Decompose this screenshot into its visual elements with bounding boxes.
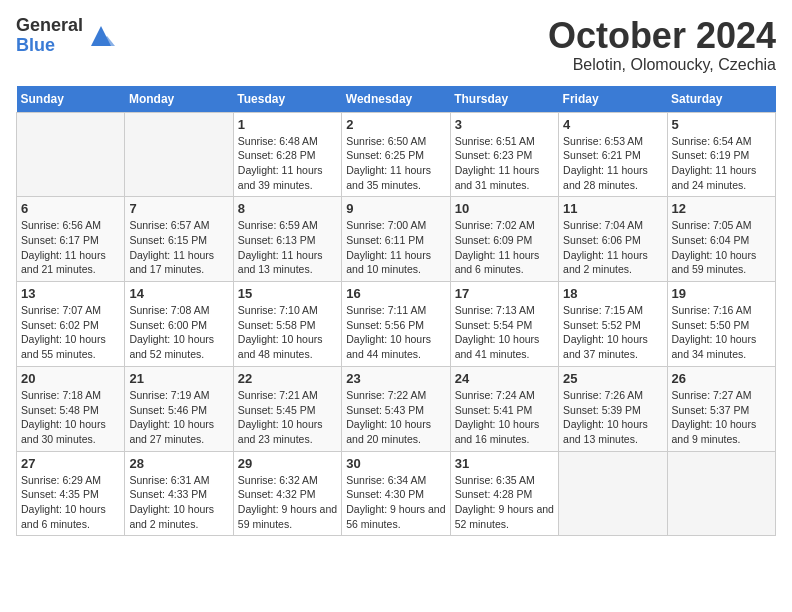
- day-number: 2: [346, 117, 445, 132]
- day-info: Sunrise: 7:00 AMSunset: 6:11 PMDaylight:…: [346, 218, 445, 277]
- calendar-cell: 9Sunrise: 7:00 AMSunset: 6:11 PMDaylight…: [342, 197, 450, 282]
- day-header-saturday: Saturday: [667, 86, 775, 113]
- day-info: Sunrise: 6:54 AMSunset: 6:19 PMDaylight:…: [672, 134, 771, 193]
- calendar-cell: 6Sunrise: 6:56 AMSunset: 6:17 PMDaylight…: [17, 197, 125, 282]
- day-info: Sunrise: 7:26 AMSunset: 5:39 PMDaylight:…: [563, 388, 662, 447]
- calendar-cell: 5Sunrise: 6:54 AMSunset: 6:19 PMDaylight…: [667, 112, 775, 197]
- calendar-week-0: 1Sunrise: 6:48 AMSunset: 6:28 PMDaylight…: [17, 112, 776, 197]
- day-info: Sunrise: 7:27 AMSunset: 5:37 PMDaylight:…: [672, 388, 771, 447]
- calendar-cell: 27Sunrise: 6:29 AMSunset: 4:35 PMDayligh…: [17, 451, 125, 536]
- day-info: Sunrise: 6:29 AMSunset: 4:35 PMDaylight:…: [21, 473, 120, 532]
- day-number: 24: [455, 371, 554, 386]
- day-info: Sunrise: 7:15 AMSunset: 5:52 PMDaylight:…: [563, 303, 662, 362]
- day-info: Sunrise: 6:51 AMSunset: 6:23 PMDaylight:…: [455, 134, 554, 193]
- day-info: Sunrise: 6:53 AMSunset: 6:21 PMDaylight:…: [563, 134, 662, 193]
- calendar-cell: 23Sunrise: 7:22 AMSunset: 5:43 PMDayligh…: [342, 366, 450, 451]
- calendar-cell: [125, 112, 233, 197]
- day-info: Sunrise: 7:22 AMSunset: 5:43 PMDaylight:…: [346, 388, 445, 447]
- day-number: 5: [672, 117, 771, 132]
- day-number: 26: [672, 371, 771, 386]
- calendar-cell: 1Sunrise: 6:48 AMSunset: 6:28 PMDaylight…: [233, 112, 341, 197]
- calendar-week-4: 27Sunrise: 6:29 AMSunset: 4:35 PMDayligh…: [17, 451, 776, 536]
- day-number: 8: [238, 201, 337, 216]
- logo-blue: Blue: [16, 36, 83, 56]
- day-number: 10: [455, 201, 554, 216]
- day-info: Sunrise: 6:35 AMSunset: 4:28 PMDaylight:…: [455, 473, 554, 532]
- day-info: Sunrise: 7:16 AMSunset: 5:50 PMDaylight:…: [672, 303, 771, 362]
- day-info: Sunrise: 7:08 AMSunset: 6:00 PMDaylight:…: [129, 303, 228, 362]
- calendar-cell: 11Sunrise: 7:04 AMSunset: 6:06 PMDayligh…: [559, 197, 667, 282]
- calendar-cell: [17, 112, 125, 197]
- day-info: Sunrise: 7:13 AMSunset: 5:54 PMDaylight:…: [455, 303, 554, 362]
- day-number: 1: [238, 117, 337, 132]
- header-row: SundayMondayTuesdayWednesdayThursdayFrid…: [17, 86, 776, 113]
- day-info: Sunrise: 7:02 AMSunset: 6:09 PMDaylight:…: [455, 218, 554, 277]
- calendar-cell: [559, 451, 667, 536]
- day-number: 18: [563, 286, 662, 301]
- calendar-table: SundayMondayTuesdayWednesdayThursdayFrid…: [16, 86, 776, 537]
- calendar-cell: 25Sunrise: 7:26 AMSunset: 5:39 PMDayligh…: [559, 366, 667, 451]
- day-number: 9: [346, 201, 445, 216]
- day-number: 7: [129, 201, 228, 216]
- calendar-week-1: 6Sunrise: 6:56 AMSunset: 6:17 PMDaylight…: [17, 197, 776, 282]
- day-info: Sunrise: 7:10 AMSunset: 5:58 PMDaylight:…: [238, 303, 337, 362]
- day-header-friday: Friday: [559, 86, 667, 113]
- calendar-cell: 3Sunrise: 6:51 AMSunset: 6:23 PMDaylight…: [450, 112, 558, 197]
- day-info: Sunrise: 6:59 AMSunset: 6:13 PMDaylight:…: [238, 218, 337, 277]
- calendar-cell: 20Sunrise: 7:18 AMSunset: 5:48 PMDayligh…: [17, 366, 125, 451]
- day-number: 27: [21, 456, 120, 471]
- day-info: Sunrise: 7:19 AMSunset: 5:46 PMDaylight:…: [129, 388, 228, 447]
- calendar-cell: 15Sunrise: 7:10 AMSunset: 5:58 PMDayligh…: [233, 282, 341, 367]
- logo-text: General Blue: [16, 16, 83, 56]
- logo: General Blue: [16, 16, 115, 56]
- day-info: Sunrise: 6:57 AMSunset: 6:15 PMDaylight:…: [129, 218, 228, 277]
- calendar-cell: 8Sunrise: 6:59 AMSunset: 6:13 PMDaylight…: [233, 197, 341, 282]
- day-number: 6: [21, 201, 120, 216]
- day-number: 11: [563, 201, 662, 216]
- calendar-cell: 30Sunrise: 6:34 AMSunset: 4:30 PMDayligh…: [342, 451, 450, 536]
- day-info: Sunrise: 6:48 AMSunset: 6:28 PMDaylight:…: [238, 134, 337, 193]
- day-info: Sunrise: 6:50 AMSunset: 6:25 PMDaylight:…: [346, 134, 445, 193]
- calendar-cell: 2Sunrise: 6:50 AMSunset: 6:25 PMDaylight…: [342, 112, 450, 197]
- day-info: Sunrise: 6:31 AMSunset: 4:33 PMDaylight:…: [129, 473, 228, 532]
- day-number: 16: [346, 286, 445, 301]
- day-number: 21: [129, 371, 228, 386]
- calendar-cell: 29Sunrise: 6:32 AMSunset: 4:32 PMDayligh…: [233, 451, 341, 536]
- calendar-cell: 22Sunrise: 7:21 AMSunset: 5:45 PMDayligh…: [233, 366, 341, 451]
- day-header-tuesday: Tuesday: [233, 86, 341, 113]
- logo-general: General: [16, 16, 83, 36]
- day-info: Sunrise: 6:56 AMSunset: 6:17 PMDaylight:…: [21, 218, 120, 277]
- calendar-week-2: 13Sunrise: 7:07 AMSunset: 6:02 PMDayligh…: [17, 282, 776, 367]
- calendar-cell: 31Sunrise: 6:35 AMSunset: 4:28 PMDayligh…: [450, 451, 558, 536]
- day-info: Sunrise: 7:11 AMSunset: 5:56 PMDaylight:…: [346, 303, 445, 362]
- day-info: Sunrise: 7:04 AMSunset: 6:06 PMDaylight:…: [563, 218, 662, 277]
- calendar-cell: 16Sunrise: 7:11 AMSunset: 5:56 PMDayligh…: [342, 282, 450, 367]
- day-info: Sunrise: 7:05 AMSunset: 6:04 PMDaylight:…: [672, 218, 771, 277]
- calendar-cell: 14Sunrise: 7:08 AMSunset: 6:00 PMDayligh…: [125, 282, 233, 367]
- day-header-thursday: Thursday: [450, 86, 558, 113]
- day-header-sunday: Sunday: [17, 86, 125, 113]
- day-number: 31: [455, 456, 554, 471]
- calendar-cell: 13Sunrise: 7:07 AMSunset: 6:02 PMDayligh…: [17, 282, 125, 367]
- day-number: 4: [563, 117, 662, 132]
- day-info: Sunrise: 7:07 AMSunset: 6:02 PMDaylight:…: [21, 303, 120, 362]
- day-number: 13: [21, 286, 120, 301]
- day-info: Sunrise: 7:21 AMSunset: 5:45 PMDaylight:…: [238, 388, 337, 447]
- day-header-wednesday: Wednesday: [342, 86, 450, 113]
- day-number: 22: [238, 371, 337, 386]
- logo-icon: [87, 22, 115, 50]
- day-number: 23: [346, 371, 445, 386]
- day-number: 3: [455, 117, 554, 132]
- calendar-cell: 28Sunrise: 6:31 AMSunset: 4:33 PMDayligh…: [125, 451, 233, 536]
- calendar-cell: [667, 451, 775, 536]
- day-number: 15: [238, 286, 337, 301]
- location: Belotin, Olomoucky, Czechia: [548, 56, 776, 74]
- day-number: 30: [346, 456, 445, 471]
- day-number: 29: [238, 456, 337, 471]
- calendar-cell: 24Sunrise: 7:24 AMSunset: 5:41 PMDayligh…: [450, 366, 558, 451]
- day-header-monday: Monday: [125, 86, 233, 113]
- calendar-cell: 26Sunrise: 7:27 AMSunset: 5:37 PMDayligh…: [667, 366, 775, 451]
- calendar-cell: 7Sunrise: 6:57 AMSunset: 6:15 PMDaylight…: [125, 197, 233, 282]
- day-number: 20: [21, 371, 120, 386]
- day-number: 14: [129, 286, 228, 301]
